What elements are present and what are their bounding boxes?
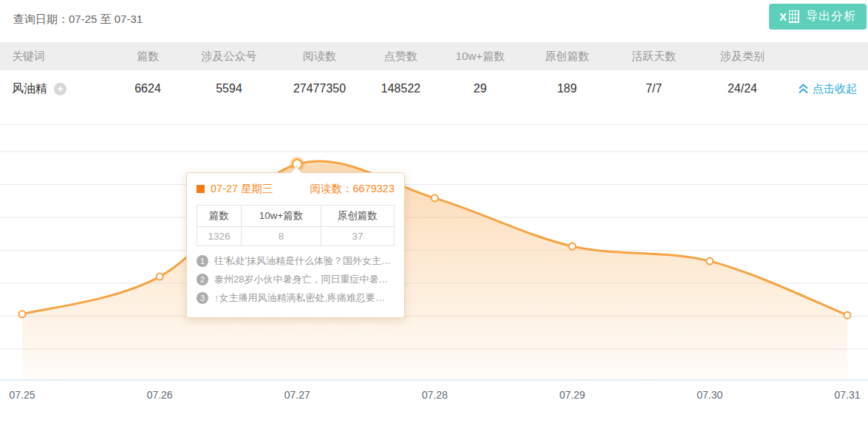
col-header-10wplus: 10w+篇数 xyxy=(436,42,524,70)
tooltip-val-10wplus: 8 xyxy=(242,227,321,246)
tooltip-col-articles: 篇数 xyxy=(197,206,242,227)
article-title: ↑女主播用风油精滴私密处,疼痛难忍要打120... xyxy=(214,291,394,305)
excel-icon: X xyxy=(779,10,799,23)
keyword-cell: 风油精 + xyxy=(0,70,111,107)
data-point[interactable] xyxy=(569,243,575,250)
collapse-label: 点击收起 xyxy=(813,82,857,96)
article-title: 往'私处'抹风油精是什么体验？国外女主播... xyxy=(214,254,394,268)
data-point[interactable] xyxy=(431,194,438,201)
chart-canvas xyxy=(0,125,868,423)
cell-read-count: 27477350 xyxy=(273,70,366,107)
tooltip-table: 篇数 10w+篇数 原创篇数 1326 8 37 xyxy=(197,205,394,246)
cell-original-count: 189 xyxy=(524,70,609,107)
x-axis-label: 07.28 xyxy=(414,389,456,401)
rank-1-badge: 1 xyxy=(197,255,208,267)
x-axis-label: 07.30 xyxy=(689,389,731,401)
query-date-label: 查询日期：07-25 至 07-31 xyxy=(13,13,143,27)
x-axis-label: 07.25 xyxy=(1,389,43,401)
rank-3-badge: 3 xyxy=(197,292,208,304)
tooltip-date: 07-27 星期三 xyxy=(211,182,273,196)
data-point[interactable] xyxy=(706,258,713,265)
data-point[interactable] xyxy=(157,274,163,280)
article-item[interactable]: 2 泰州28岁小伙中暑身亡，同日重症中暑数十人... xyxy=(197,273,394,286)
tooltip-reads: 阅读数：6679323 xyxy=(310,182,394,196)
x-axis-label: 07.29 xyxy=(552,389,593,401)
col-header-accounts: 涉及公众号 xyxy=(185,42,273,70)
cell-article-count: 6624 xyxy=(111,70,185,107)
col-header-original: 原创篇数 xyxy=(524,42,609,70)
read-trend-chart[interactable]: 07.2507.2607.2707.2807.2907.3007.31 07-2… xyxy=(0,124,868,423)
tooltip-col-10wplus: 10w+篇数 xyxy=(242,206,321,227)
col-header-keyword: 关键词 xyxy=(0,42,111,70)
data-point[interactable] xyxy=(844,312,851,319)
x-axis-label: 07.26 xyxy=(139,389,180,401)
cell-categories: 24/24 xyxy=(698,70,787,107)
article-item[interactable]: 3 ↑女主播用风油精滴私密处,疼痛难忍要打120... xyxy=(197,291,394,305)
double-chevron-up-icon xyxy=(798,84,809,94)
article-item[interactable]: 1 往'私处'抹风油精是什么体验？国外女主播... xyxy=(197,254,394,268)
export-analysis-label: 导出分析 xyxy=(806,9,856,24)
data-point[interactable] xyxy=(19,311,26,317)
cell-account-count: 5594 xyxy=(185,70,273,107)
tooltip-val-articles: 1326 xyxy=(197,227,242,246)
tooltip-val-original: 37 xyxy=(321,227,394,246)
tooltip-col-original: 原创篇数 xyxy=(321,206,394,227)
col-header-categories: 涉及类别 xyxy=(698,42,787,70)
collapse-link[interactable]: 点击收起 xyxy=(787,70,868,107)
top-bar: 查询日期：07-25 至 07-31 X 导出分析 xyxy=(0,0,868,42)
article-title: 泰州28岁小伙中暑身亡，同日重症中暑数十人... xyxy=(214,273,394,286)
chart-tooltip: 07-27 星期三 阅读数：6679323 篇数 10w+篇数 原创篇数 132… xyxy=(186,172,405,318)
col-header-active-days: 活跃天数 xyxy=(609,42,698,70)
table-row: 风油精 + 6624 5594 27477350 148522 29 189 7… xyxy=(0,70,868,107)
x-axis-label: 07.31 xyxy=(827,389,868,401)
col-header-likes: 点赞数 xyxy=(366,42,436,70)
rank-2-badge: 2 xyxy=(197,274,208,285)
export-analysis-button[interactable]: X 导出分析 xyxy=(769,4,867,30)
cell-active-days: 7/7 xyxy=(609,70,698,107)
series-color-swatch xyxy=(197,185,205,193)
x-axis-label: 07.27 xyxy=(276,389,318,401)
cell-10wplus-count: 29 xyxy=(436,70,524,107)
table-header-row: 关键词 篇数 涉及公众号 阅读数 点赞数 10w+篇数 原创篇数 活跃天数 涉及… xyxy=(0,42,868,70)
expand-plus-icon[interactable]: + xyxy=(54,83,66,95)
tooltip-reads-value: 6679323 xyxy=(353,183,394,194)
col-header-articles: 篇数 xyxy=(111,42,185,70)
col-header-reads: 阅读数 xyxy=(273,42,366,70)
tooltip-article-list: 1 往'私处'抹风油精是什么体验？国外女主播... 2 泰州28岁小伙中暑身亡，… xyxy=(197,254,394,305)
cell-like-count: 148522 xyxy=(366,70,436,107)
area-fill xyxy=(22,161,847,380)
keyword-label: 风油精 xyxy=(12,81,47,97)
tooltip-header: 07-27 星期三 阅读数：6679323 xyxy=(197,182,394,196)
col-header-action xyxy=(787,42,868,70)
